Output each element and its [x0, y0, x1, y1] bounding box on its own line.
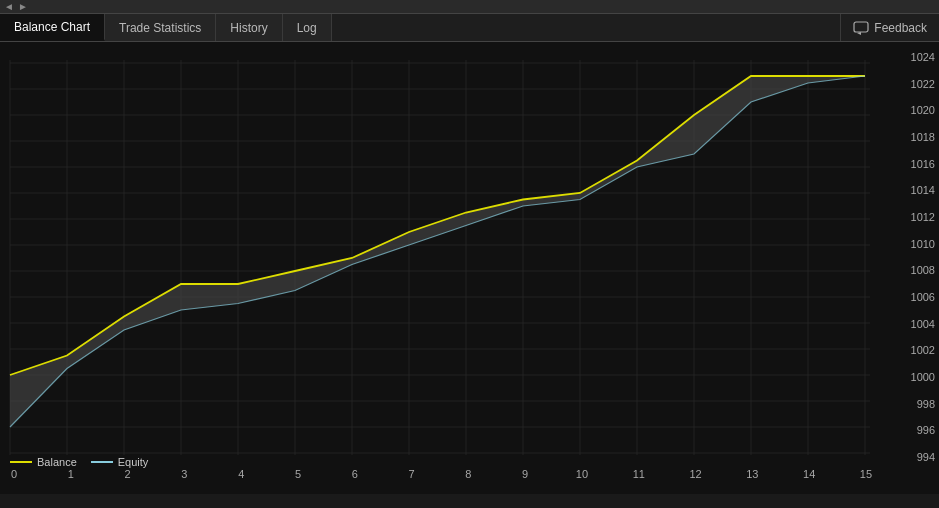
x-label-9: 9	[515, 468, 535, 490]
y-label-1020: 1020	[889, 105, 935, 116]
tab-log[interactable]: Log	[283, 14, 332, 41]
y-axis: 1024 1022 1020 1018 1016 1014 1012 1010 …	[885, 50, 939, 465]
svg-marker-33	[10, 76, 865, 427]
tab-trade-statistics[interactable]: Trade Statistics	[105, 14, 216, 41]
top-bar: ◄ ►	[0, 0, 939, 14]
arrow-right-icon[interactable]: ►	[18, 1, 28, 12]
y-label-1004: 1004	[889, 319, 935, 330]
x-label-10: 10	[572, 468, 592, 490]
balance-legend-label: Balance	[37, 456, 77, 468]
y-label-1006: 1006	[889, 292, 935, 303]
x-axis: 0 1 2 3 4 5 6 7 8 9 10 11 12 13 14 15	[0, 468, 880, 490]
chart-area: 1024 1022 1020 1018 1016 1014 1012 1010 …	[0, 42, 939, 494]
x-label-5: 5	[288, 468, 308, 490]
y-label-1000: 1000	[889, 372, 935, 383]
y-label-1002: 1002	[889, 345, 935, 356]
x-label-3: 3	[174, 468, 194, 490]
x-label-13: 13	[742, 468, 762, 490]
y-label-1008: 1008	[889, 265, 935, 276]
feedback-icon	[853, 21, 869, 35]
x-label-4: 4	[231, 468, 251, 490]
balance-line-indicator	[10, 461, 32, 463]
tab-bar: Balance Chart Trade Statistics History L…	[0, 14, 939, 42]
chart-legend: Balance Equity	[10, 456, 148, 468]
arrow-left-icon[interactable]: ◄	[4, 1, 14, 12]
equity-legend-label: Equity	[118, 456, 149, 468]
x-label-6: 6	[345, 468, 365, 490]
y-label-1024: 1024	[889, 52, 935, 63]
x-label-15: 15	[856, 468, 876, 490]
svg-rect-0	[854, 22, 868, 32]
x-label-0: 0	[4, 468, 24, 490]
equity-line-indicator	[91, 461, 113, 463]
x-label-2: 2	[118, 468, 138, 490]
x-label-12: 12	[686, 468, 706, 490]
y-label-996: 996	[889, 425, 935, 436]
x-label-1: 1	[61, 468, 81, 490]
legend-balance: Balance	[10, 456, 77, 468]
y-label-1010: 1010	[889, 239, 935, 250]
tab-spacer	[332, 14, 841, 41]
x-label-11: 11	[629, 468, 649, 490]
x-label-8: 8	[458, 468, 478, 490]
tab-history[interactable]: History	[216, 14, 282, 41]
feedback-button[interactable]: Feedback	[840, 14, 939, 41]
y-label-1016: 1016	[889, 159, 935, 170]
y-label-1014: 1014	[889, 185, 935, 196]
y-label-1022: 1022	[889, 79, 935, 90]
x-label-7: 7	[402, 468, 422, 490]
y-label-1018: 1018	[889, 132, 935, 143]
y-label-994: 994	[889, 452, 935, 463]
y-label-998: 998	[889, 399, 935, 410]
y-label-1012: 1012	[889, 212, 935, 223]
legend-equity: Equity	[91, 456, 149, 468]
tab-balance-chart[interactable]: Balance Chart	[0, 14, 105, 41]
x-label-14: 14	[799, 468, 819, 490]
chart-svg	[0, 50, 880, 465]
